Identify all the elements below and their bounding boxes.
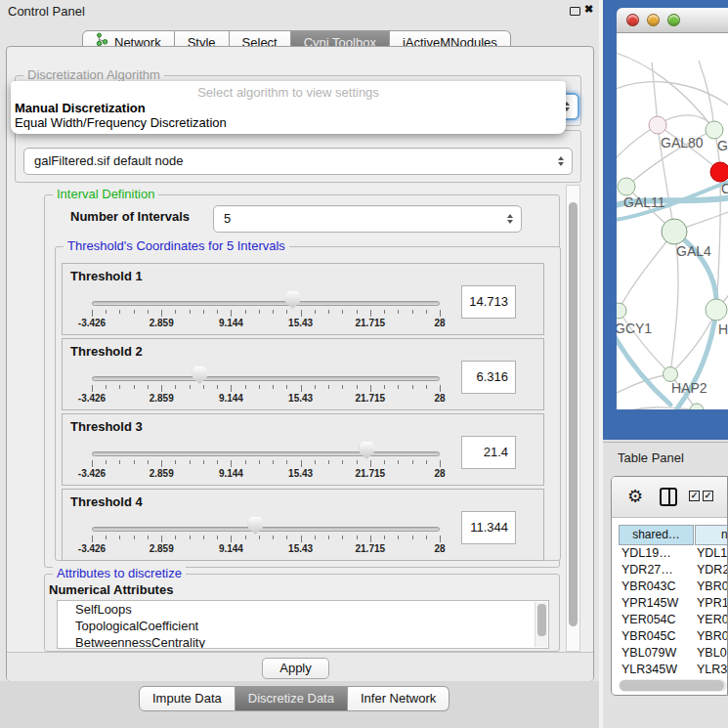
- table-row[interactable]: YDL19…YDL1: [612, 545, 727, 562]
- threshold-value-field[interactable]: 14.713: [461, 285, 516, 319]
- threshold-value-field[interactable]: 11.344: [461, 511, 516, 544]
- threshold-slider[interactable]: -3.4262.8599.14415.4321.71528: [92, 364, 440, 407]
- cell-name: YDL1: [697, 545, 727, 562]
- combo-stepper-icon: [558, 156, 564, 166]
- table-row[interactable]: YBR043CYBR0: [612, 578, 727, 595]
- tab-impute-data[interactable]: Impute Data: [139, 686, 236, 711]
- threshold-label: Threshold 3: [70, 419, 143, 434]
- slider-tick-label: 2.859: [150, 543, 174, 554]
- table-row[interactable]: YLR345WYLR3: [612, 662, 727, 678]
- scrollbar-thumb[interactable]: [537, 604, 546, 636]
- cyni-toolbox-panel: Discretization Algorithm Select algorith…: [6, 46, 594, 681]
- scrollbar-thumb[interactable]: [620, 680, 724, 691]
- thresholds-group-title: Threshold's Coordinates for 5 Intervals: [64, 238, 289, 253]
- network-graph[interactable]: GAL80G.CGAL11GAL4GCY1HHAP2: [617, 33, 728, 409]
- interval-definition-group: Interval Definition Number of Intervals …: [44, 194, 560, 568]
- threshold-slider[interactable]: -3.4262.8599.14415.4321.71528: [92, 440, 440, 483]
- tab-label: Impute Data: [152, 687, 222, 710]
- slider-tick-label: 9.144: [219, 468, 243, 479]
- list-item[interactable]: TopologicalCoefficient: [58, 618, 548, 634]
- threshold-panel: Threshold 1-3.4262.8599.14415.4321.71528…: [62, 263, 544, 335]
- table-data-combobox[interactable]: galFiltered.sif default node: [23, 148, 573, 175]
- network-canvas[interactable]: GAL80G.CGAL11GAL4GCY1HHAP2: [617, 33, 728, 409]
- threshold-panel: Threshold 4-3.4262.8599.14415.4321.71528…: [62, 489, 544, 561]
- panel-scrollbar[interactable]: [566, 185, 580, 652]
- threshold-slider[interactable]: -3.4262.8599.14415.4321.71528: [92, 289, 440, 332]
- columns-icon[interactable]: [660, 488, 677, 506]
- network-window-titlebar[interactable]: [617, 8, 728, 33]
- table-data-combo-value: galFiltered.sif default node: [34, 153, 183, 168]
- slider-tick: [92, 385, 93, 392]
- slider-tick: [370, 460, 371, 467]
- float-window-icon[interactable]: [570, 7, 580, 16]
- slider-thumb[interactable]: [248, 517, 263, 535]
- number-of-intervals-combobox[interactable]: 5: [213, 205, 522, 233]
- column-header-shared-name[interactable]: shared…: [619, 525, 694, 545]
- network-node[interactable]: [706, 299, 727, 321]
- table-horizontal-scrollbar[interactable]: [619, 679, 727, 692]
- checkbox-icon[interactable]: ✓: [689, 491, 700, 501]
- slider-tick: [148, 385, 149, 389]
- network-node[interactable]: [662, 219, 687, 244]
- scrollbar-thumb[interactable]: [569, 202, 578, 626]
- apply-button[interactable]: Apply: [262, 658, 329, 679]
- slider-thumb[interactable]: [193, 366, 207, 384]
- popup-item-manual-discretization[interactable]: Manual Discretization: [15, 101, 146, 115]
- slider-tick-label: 28: [434, 543, 445, 554]
- node-table: ⚙ ✓ ✓ shared… na YDL19…YDL1YDR27…YDR2YBR…: [611, 476, 728, 696]
- popup-item-equal-width-frequency[interactable]: Equal Width/Frequency Discretization: [15, 115, 227, 130]
- slider-tick: [315, 460, 316, 464]
- table-row[interactable]: YBR045CYBR0: [612, 628, 727, 645]
- network-node[interactable]: [710, 162, 728, 182]
- list-item[interactable]: SelfLoops: [58, 601, 548, 618]
- slider-tick: [342, 460, 343, 464]
- tab-discretize-data[interactable]: Discretize Data: [236, 686, 348, 711]
- slider-tick: [342, 385, 343, 389]
- slider-tick: [134, 535, 135, 539]
- network-node[interactable]: [618, 178, 635, 195]
- attributes-scrollbar[interactable]: [535, 602, 547, 647]
- network-node[interactable]: [617, 303, 626, 319]
- slider-tick-label: 28: [434, 393, 445, 404]
- checkbox-icon[interactable]: ✓: [703, 491, 713, 501]
- cell-name: YBL0: [697, 645, 727, 662]
- table-row[interactable]: YDR27…YDR2: [612, 562, 727, 578]
- slider-tick: [426, 460, 427, 464]
- number-of-intervals-label: Number of Intervals: [70, 209, 190, 224]
- slider-tick-label: 15.43: [288, 468, 313, 479]
- tab-infer-network[interactable]: Infer Network: [348, 686, 450, 711]
- table-row[interactable]: YPR145WYPR1: [612, 595, 727, 612]
- zoom-traffic-light-icon[interactable]: [667, 14, 680, 26]
- slider-tick: [273, 385, 274, 389]
- column-header-name[interactable]: na: [695, 525, 728, 545]
- network-edge[interactable]: [617, 407, 697, 409]
- network-node[interactable]: [649, 116, 666, 134]
- network-node[interactable]: [706, 121, 723, 139]
- threshold-slider[interactable]: -3.4262.8599.14415.4321.71528: [92, 515, 440, 558]
- table-row[interactable]: YER054CYER0: [612, 612, 727, 628]
- slider-tick: [273, 535, 274, 539]
- close-traffic-light-icon[interactable]: [626, 14, 639, 26]
- slider-tick: [203, 310, 204, 314]
- network-edge[interactable]: [619, 232, 674, 311]
- minimize-traffic-light-icon[interactable]: [647, 14, 660, 26]
- list-item[interactable]: BetweennessCentrality: [58, 634, 548, 649]
- slider-tick: [315, 310, 316, 314]
- slider-tick-label: -3.426: [78, 393, 106, 404]
- combo-stepper-icon: [507, 214, 513, 224]
- gear-icon[interactable]: ⚙: [627, 486, 643, 507]
- slider-tick: [384, 310, 385, 314]
- slider-tick: [426, 385, 427, 389]
- node-label: HAP2: [671, 380, 707, 396]
- numerical-attributes-list[interactable]: SelfLoopsTopologicalCoefficientBetweenne…: [57, 600, 549, 649]
- slider-thumb[interactable]: [285, 291, 300, 309]
- threshold-value-field[interactable]: 6.316: [461, 361, 516, 394]
- table-row[interactable]: YBL079WYBL0: [612, 645, 727, 662]
- slider-tick: [301, 310, 302, 317]
- threshold-value-field[interactable]: 21.4: [461, 436, 516, 469]
- slider-thumb[interactable]: [360, 442, 374, 459]
- slider-tick: [106, 385, 107, 389]
- slider-tick-label: 2.859: [150, 318, 174, 328]
- cell-shared-name: YBR043C: [621, 578, 676, 595]
- close-icon[interactable]: ✖: [584, 3, 593, 16]
